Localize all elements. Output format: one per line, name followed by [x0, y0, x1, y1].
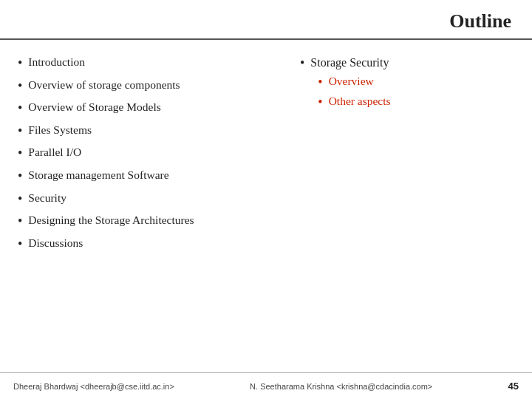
sub-bullet-icon: • [318, 95, 322, 111]
list-item: • Discussions [18, 236, 278, 253]
bullet-icon: • [18, 214, 22, 230]
sub-list-item: • Overview [318, 74, 390, 91]
left-column: • Introduction • Overview of storage com… [18, 55, 293, 362]
storage-security-text: Storage Security [310, 56, 389, 69]
item-text: Introduction [28, 55, 85, 70]
bullet-icon: • [18, 236, 22, 253]
right-main-item: • Storage Security • Overview • Other as… [300, 55, 514, 115]
item-text: Designing the Storage Architectures [28, 213, 194, 228]
item-text: Parallel I/O [28, 145, 81, 160]
right-column: • Storage Security • Overview • Other as… [293, 55, 514, 362]
list-item: • Designing the Storage Architectures [18, 213, 278, 230]
item-text: Overview of Storage Models [28, 100, 161, 115]
storage-security-sub-list: • Overview • Other aspects [318, 74, 390, 111]
slide: Outline • Introduction • Overview of sto… [0, 0, 532, 399]
bullet-icon: • [18, 191, 22, 208]
footer-left-text: Dheeraj Bhardwaj <dheerajb@cse.iitd.ac.i… [13, 382, 174, 391]
list-item: • Overview of storage components [18, 78, 278, 95]
sub-item-text: Overview [329, 74, 374, 89]
slide-title: Outline [449, 10, 511, 33]
list-item: • Storage management Software [18, 168, 278, 185]
bullet-icon: • [18, 55, 22, 72]
list-item: • Files Systems [18, 123, 278, 140]
list-item: • Introduction [18, 55, 278, 72]
bullet-icon: • [18, 168, 22, 185]
footer: Dheeraj Bhardwaj <dheerajb@cse.iitd.ac.i… [0, 372, 532, 399]
bullet-icon: • [18, 146, 22, 162]
list-item: • Overview of Storage Models [18, 100, 278, 117]
item-text: Security [28, 191, 66, 206]
item-text: Discussions [28, 236, 83, 251]
item-text: Storage management Software [28, 168, 168, 183]
sub-item-text: Other aspects [329, 94, 391, 109]
bullet-icon: • [18, 100, 22, 117]
sub-list-item: • Other aspects [318, 94, 390, 111]
right-bullet-list: • Storage Security • Overview • Other as… [300, 55, 514, 115]
title-bar: Outline [0, 0, 532, 40]
bullet-icon: • [18, 123, 22, 140]
left-bullet-list: • Introduction • Overview of storage com… [18, 55, 278, 252]
list-item: • Parallel I/O [18, 145, 278, 162]
content-area: • Introduction • Overview of storage com… [0, 43, 532, 369]
footer-page-number: 45 [508, 381, 519, 392]
footer-center-text: N. Seetharama Krishna <krishna@cdacindia… [250, 382, 432, 391]
item-text: Overview of storage components [28, 78, 180, 93]
bullet-icon: • [18, 78, 22, 95]
bullet-icon: • [300, 55, 304, 72]
sub-bullet-icon: • [318, 75, 322, 91]
item-text: Files Systems [28, 123, 92, 138]
list-item: • Security [18, 191, 278, 208]
